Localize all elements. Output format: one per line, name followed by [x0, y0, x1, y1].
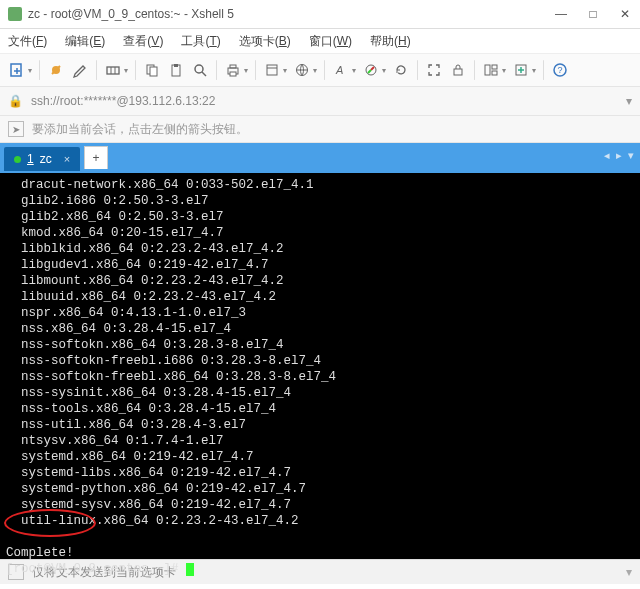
terminal-blank: [6, 529, 634, 545]
menu-edit[interactable]: 编辑(E): [65, 33, 105, 50]
svg-text:A: A: [335, 64, 343, 76]
separator: [324, 60, 325, 80]
menu-help[interactable]: 帮助(H): [370, 33, 411, 50]
add-dropdown[interactable]: ▾: [532, 66, 536, 75]
help-button[interactable]: ?: [549, 59, 571, 81]
copy-button[interactable]: [141, 59, 163, 81]
print-dropdown[interactable]: ▾: [244, 66, 248, 75]
color-dropdown[interactable]: ▾: [382, 66, 386, 75]
menu-window[interactable]: 窗口(W): [309, 33, 352, 50]
disconnect-button[interactable]: [102, 59, 124, 81]
separator: [39, 60, 40, 80]
edit-button[interactable]: [69, 59, 91, 81]
menu-file[interactable]: 文件(F): [8, 33, 47, 50]
tab-next-icon[interactable]: ▸: [616, 149, 622, 162]
terminal-line: libblkid.x86_64 0:2.23.2-43.el7_4.2: [6, 241, 634, 257]
tip-text: 要添加当前会话，点击左侧的箭头按钮。: [32, 121, 248, 138]
connect-button[interactable]: [45, 59, 67, 81]
titlebar: zc - root@VM_0_9_centos:~ - Xshell 5 — □…: [0, 0, 640, 29]
svg-rect-15: [454, 69, 462, 75]
terminal-line: dracut-network.x86_64 0:033-502.el7_4.1: [6, 177, 634, 193]
new-dropdown[interactable]: ▾: [28, 66, 32, 75]
menu-tools[interactable]: 工具(T): [181, 33, 220, 50]
toolbar: ▾ ▾ ▾ ▾ ▾ A ▾ ▾ ▾ ▾ ?: [0, 54, 640, 87]
fullscreen-button[interactable]: [423, 59, 445, 81]
terminal-line: systemd-python.x86_64 0:219-42.el7_4.7: [6, 481, 634, 497]
address-bar: 🔒 ssh://root:*******@193.112.6.13:22 ▾: [0, 87, 640, 116]
tab-close-icon[interactable]: ×: [64, 153, 70, 165]
tab-menu-icon[interactable]: ▾: [628, 149, 634, 162]
terminal-line: util-linux.x86_64 0:2.23.2-43.el7_4.2: [6, 513, 634, 529]
separator: [135, 60, 136, 80]
terminal-line: nss-util.x86_64 0:3.28.4-3.el7: [6, 417, 634, 433]
tab-nav: ◂ ▸ ▾: [604, 149, 634, 162]
terminal-line: ntsysv.x86_64 0:1.7.4-1.el7: [6, 433, 634, 449]
tab-strip: 1 zc × + ◂ ▸ ▾: [0, 143, 640, 173]
separator: [96, 60, 97, 80]
terminal-line: systemd.x86_64 0:219-42.el7_4.7: [6, 449, 634, 465]
add-button[interactable]: [510, 59, 532, 81]
disconnect-dropdown[interactable]: ▾: [124, 66, 128, 75]
menu-view[interactable]: 查看(V): [123, 33, 163, 50]
svg-rect-18: [492, 71, 497, 75]
find-button[interactable]: [189, 59, 211, 81]
terminal-output: dracut-network.x86_64 0:033-502.el7_4.1 …: [6, 177, 634, 529]
new-tab-button[interactable]: +: [84, 146, 108, 169]
tip-bar: ➤ 要添加当前会话，点击左侧的箭头按钮。: [0, 116, 640, 143]
terminal-prompt: [root@VM_0_9_centos ~]#: [6, 561, 634, 577]
app-icon: [8, 7, 22, 21]
window-buttons: — □ ✕: [554, 7, 632, 21]
svg-rect-17: [492, 65, 497, 69]
tab-prev-icon[interactable]: ◂: [604, 149, 610, 162]
separator: [474, 60, 475, 80]
terminal-line: libmount.x86_64 0:2.23.2-43.el7_4.2: [6, 273, 634, 289]
new-button[interactable]: [6, 59, 28, 81]
refresh-button[interactable]: [390, 59, 412, 81]
layout-button[interactable]: [480, 59, 502, 81]
terminal-line: nss.x86_64 0:3.28.4-15.el7_4: [6, 321, 634, 337]
terminal-line: glib2.i686 0:2.50.3-3.el7: [6, 193, 634, 209]
properties-dropdown[interactable]: ▾: [283, 66, 287, 75]
menubar: 文件(F) 编辑(E) 查看(V) 工具(T) 选项卡(B) 窗口(W) 帮助(…: [0, 29, 640, 54]
svg-point-7: [195, 65, 203, 73]
window-title: zc - root@VM_0_9_centos:~ - Xshell 5: [28, 7, 554, 21]
cursor-icon: [186, 563, 194, 576]
terminal-line: glib2.x86_64 0:2.50.3-3.el7: [6, 209, 634, 225]
terminal-complete: Complete!: [6, 545, 634, 561]
close-button[interactable]: ✕: [618, 7, 632, 21]
svg-rect-2: [107, 67, 119, 74]
address-dropdown[interactable]: ▾: [626, 94, 632, 108]
lock-button[interactable]: [447, 59, 469, 81]
properties-button[interactable]: [261, 59, 283, 81]
tab-number: 1: [27, 152, 34, 166]
terminal-line: nss-softokn-freebl.x86_64 0:3.28.3-8.el7…: [6, 369, 634, 385]
terminal-line: libgudev1.x86_64 0:219-42.el7_4.7: [6, 257, 634, 273]
font-dropdown[interactable]: ▾: [352, 66, 356, 75]
paste-button[interactable]: [165, 59, 187, 81]
svg-rect-6: [174, 64, 178, 67]
color-button[interactable]: [360, 59, 382, 81]
terminal-line: nss-softokn-freebl.i686 0:3.28.3-8.el7_4: [6, 353, 634, 369]
address-text[interactable]: ssh://root:*******@193.112.6.13:22: [31, 94, 618, 108]
minimize-button[interactable]: —: [554, 7, 568, 21]
svg-rect-11: [267, 65, 277, 75]
tab-zc[interactable]: 1 zc ×: [4, 147, 80, 171]
separator: [417, 60, 418, 80]
svg-rect-4: [150, 67, 157, 76]
terminal-line: nss-sysinit.x86_64 0:3.28.4-15.el7_4: [6, 385, 634, 401]
svg-rect-16: [485, 65, 490, 75]
terminal-line: nss-tools.x86_64 0:3.28.4-15.el7_4: [6, 401, 634, 417]
maximize-button[interactable]: □: [586, 7, 600, 21]
layout-dropdown[interactable]: ▾: [502, 66, 506, 75]
language-button[interactable]: [291, 59, 313, 81]
svg-rect-0: [11, 64, 21, 76]
print-button[interactable]: [222, 59, 244, 81]
status-dot-icon: [14, 156, 21, 163]
menu-tabs[interactable]: 选项卡(B): [239, 33, 291, 50]
tab-label: zc: [40, 152, 52, 166]
language-dropdown[interactable]: ▾: [313, 66, 317, 75]
tip-arrow-icon[interactable]: ➤: [8, 121, 24, 137]
terminal[interactable]: dracut-network.x86_64 0:033-502.el7_4.1 …: [0, 173, 640, 559]
svg-text:?: ?: [558, 65, 563, 75]
font-button[interactable]: A: [330, 59, 352, 81]
